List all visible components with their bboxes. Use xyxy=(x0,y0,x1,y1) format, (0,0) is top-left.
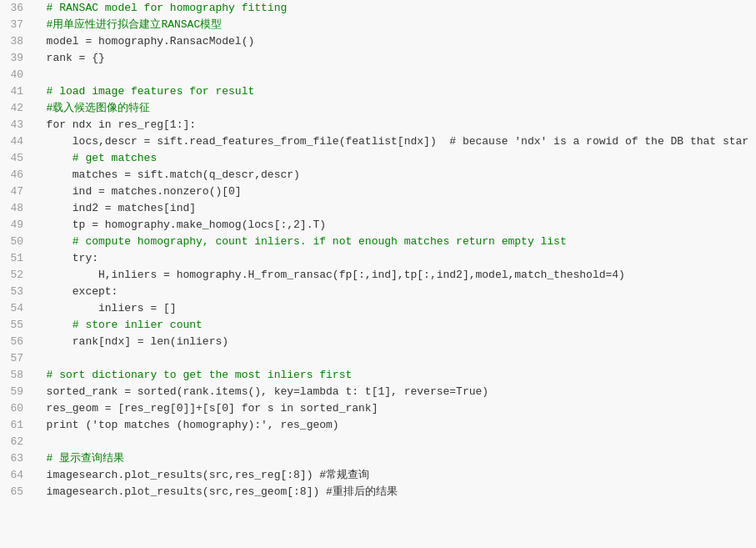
line-content: for ndx in res_reg[1:]: xyxy=(30,117,756,133)
line-number: 65 xyxy=(0,484,30,500)
code-row: 40 xyxy=(0,67,756,83)
line-content: except: xyxy=(30,284,756,300)
code-row: 39 rank = {} xyxy=(0,50,756,67)
line-number: 47 xyxy=(0,184,30,200)
line-content: rank = {} xyxy=(30,50,756,67)
line-number: 52 xyxy=(0,267,30,284)
line-number: 56 xyxy=(0,334,30,350)
line-content: #载入候选图像的特征 xyxy=(30,100,756,117)
line-content: # sort dictionary to get the most inlier… xyxy=(30,367,756,384)
line-number: 55 xyxy=(0,317,30,334)
line-content: ind2 = matches[ind] xyxy=(30,200,756,217)
line-number: 59 xyxy=(0,384,30,400)
line-number: 53 xyxy=(0,284,30,300)
line-number: 48 xyxy=(0,200,30,217)
line-number: 37 xyxy=(0,17,30,33)
line-content: #用单应性进行拟合建立RANSAC模型 xyxy=(30,17,756,33)
line-content: ind = matches.nonzero()[0] xyxy=(30,184,756,200)
line-content: try: xyxy=(30,250,756,267)
line-content: tp = homography.make_homog(locs[:,2].T) xyxy=(30,217,756,234)
line-number: 49 xyxy=(0,217,30,234)
line-number: 57 xyxy=(0,350,30,367)
code-row: 49 tp = homography.make_homog(locs[:,2].… xyxy=(0,217,756,234)
line-number: 43 xyxy=(0,117,30,133)
line-number: 61 xyxy=(0,417,30,434)
line-content: H,inliers = homography.H_from_ransac(fp[… xyxy=(30,267,756,284)
code-row: 42 #载入候选图像的特征 xyxy=(0,100,756,117)
code-row: 47 ind = matches.nonzero()[0] xyxy=(0,184,756,200)
line-content: locs,descr = sift.read_features_from_fil… xyxy=(30,133,756,150)
line-number: 39 xyxy=(0,50,30,67)
code-row: 57 xyxy=(0,350,756,367)
code-row: 41 # load image features for result xyxy=(0,83,756,100)
line-content: matches = sift.match(q_descr,descr) xyxy=(30,167,756,184)
code-row: 60 res_geom = [res_reg[0]]+[s[0] for s i… xyxy=(0,400,756,417)
line-content: # load image features for result xyxy=(30,83,756,100)
line-content: # compute homography, count inliers. if … xyxy=(30,234,756,250)
code-row: 65 imagesearch.plot_results(src,res_geom… xyxy=(0,484,756,500)
code-row: 50 # compute homography, count inliers. … xyxy=(0,234,756,250)
line-number: 58 xyxy=(0,367,30,384)
code-row: 45 # get matches xyxy=(0,150,756,167)
line-number: 46 xyxy=(0,167,30,184)
line-number: 41 xyxy=(0,83,30,100)
code-row: 51 try: xyxy=(0,250,756,267)
line-number: 44 xyxy=(0,133,30,150)
code-row: 54 inliers = [] xyxy=(0,300,756,317)
code-row: 43 for ndx in res_reg[1:]: xyxy=(0,117,756,133)
code-row: 46 matches = sift.match(q_descr,descr) xyxy=(0,167,756,184)
line-number: 60 xyxy=(0,400,30,417)
line-number: 45 xyxy=(0,150,30,167)
code-row: 55 # store inlier count xyxy=(0,317,756,334)
code-row: 61 print ('top matches (homography):', r… xyxy=(0,417,756,434)
code-row: 63 # 显示查询结果 xyxy=(0,450,756,467)
line-number: 51 xyxy=(0,250,30,267)
line-content: imagesearch.plot_results(src,res_geom[:8… xyxy=(30,484,756,500)
code-row: 44 locs,descr = sift.read_features_from_… xyxy=(0,133,756,150)
code-row: 36 # RANSAC model for homography fitting xyxy=(0,0,756,17)
line-number: 36 xyxy=(0,0,30,17)
code-row: 58 # sort dictionary to get the most inl… xyxy=(0,367,756,384)
line-number: 62 xyxy=(0,434,30,450)
line-content: imagesearch.plot_results(src,res_reg[:8]… xyxy=(30,467,756,484)
code-row: 64 imagesearch.plot_results(src,res_reg[… xyxy=(0,467,756,484)
code-row: 59 sorted_rank = sorted(rank.items(), ke… xyxy=(0,384,756,400)
line-number: 50 xyxy=(0,234,30,250)
line-number: 64 xyxy=(0,467,30,484)
line-content: # 显示查询结果 xyxy=(30,450,756,467)
line-content: # get matches xyxy=(30,150,756,167)
line-content: sorted_rank = sorted(rank.items(), key=l… xyxy=(30,384,756,400)
line-content: inliers = [] xyxy=(30,300,756,317)
line-content: # store inlier count xyxy=(30,317,756,334)
code-row: 53 except: xyxy=(0,284,756,300)
line-content: model = homography.RansacModel() xyxy=(30,33,756,50)
code-row: 48 ind2 = matches[ind] xyxy=(0,200,756,217)
line-content: print ('top matches (homography):', res_… xyxy=(30,417,756,434)
code-row: 38 model = homography.RansacModel() xyxy=(0,33,756,50)
line-number: 54 xyxy=(0,300,30,317)
code-row: 37 #用单应性进行拟合建立RANSAC模型 xyxy=(0,17,756,33)
line-number: 40 xyxy=(0,67,30,83)
code-container: 36 # RANSAC model for homography fitting… xyxy=(0,0,756,548)
line-number: 63 xyxy=(0,450,30,467)
line-number: 42 xyxy=(0,100,30,117)
code-row: 62 xyxy=(0,434,756,450)
code-row: 52 H,inliers = homography.H_from_ransac(… xyxy=(0,267,756,284)
line-content: res_geom = [res_reg[0]]+[s[0] for s in s… xyxy=(30,400,756,417)
line-content: rank[ndx] = len(inliers) xyxy=(30,334,756,350)
line-content: # RANSAC model for homography fitting xyxy=(30,0,756,17)
code-row: 56 rank[ndx] = len(inliers) xyxy=(0,334,756,350)
line-number: 38 xyxy=(0,33,30,50)
